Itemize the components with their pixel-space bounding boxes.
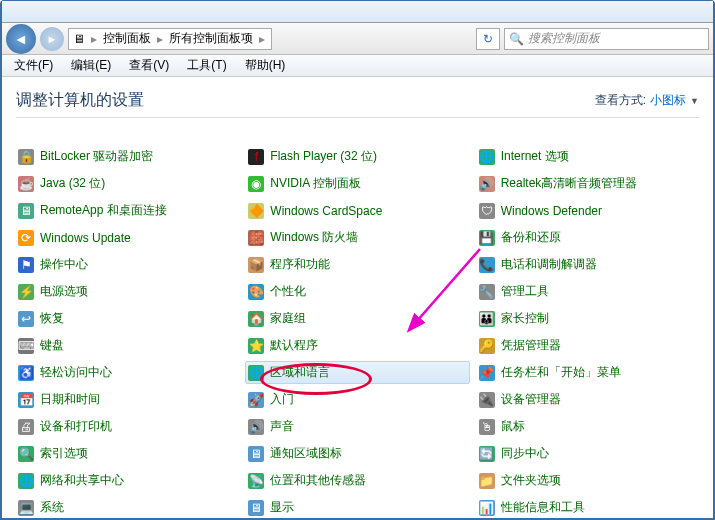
cp-item[interactable]: 🔶Windows CardSpace [246,200,468,221]
cp-item[interactable]: 🛡Windows Defender [477,200,699,221]
search-placeholder: 搜索控制面板 [528,30,600,47]
cp-item[interactable]: ♿轻松访问中心 [16,362,238,383]
cp-item[interactable]: 🔧管理工具 [477,281,699,302]
cp-item[interactable]: 💻系统 [16,497,238,518]
cp-item[interactable]: 🏠家庭组 [246,308,468,329]
cp-item-icon: 🌐 [248,365,264,381]
breadcrumb-item-1[interactable]: 控制面板 [103,30,151,47]
cp-item-icon: 📌 [479,365,495,381]
menu-bar: 文件(F) 编辑(E) 查看(V) 工具(T) 帮助(H) [2,55,713,77]
cp-item-icon: ⭐ [248,338,264,354]
cp-item-icon: 💾 [479,230,495,246]
cp-item-label: 入门 [270,391,294,408]
cp-item-label: 管理工具 [501,283,549,300]
cp-item-icon: 📞 [479,257,495,273]
cp-item-label: 鼠标 [501,418,525,435]
cp-item[interactable]: ⟳Windows Update [16,227,238,248]
cp-item[interactable]: 🔊声音 [246,416,468,437]
cp-item[interactable]: 📊性能信息和工具 [477,497,699,518]
cp-item[interactable]: ⚑操作中心 [16,254,238,275]
cp-item[interactable]: ↩恢复 [16,308,238,329]
cp-item-label: 系统 [40,499,64,516]
cp-item-label: Windows Defender [501,204,602,218]
cp-item-icon: 🔊 [479,176,495,192]
cp-item[interactable]: ⚡电源选项 [16,281,238,302]
cp-item-icon: ⌨ [18,338,34,354]
cp-item-icon: 🛡 [479,203,495,219]
cp-item[interactable]: ☕Java (32 位) [16,173,238,194]
cp-item[interactable]: 📦程序和功能 [246,254,468,275]
cp-item[interactable]: 📅日期和时间 [16,389,238,410]
breadcrumb-item-2[interactable]: 所有控制面板项 [169,30,253,47]
cp-item-label: Java (32 位) [40,175,105,192]
cp-item-label: 程序和功能 [270,256,330,273]
viewby-value[interactable]: 小图标 [650,92,686,109]
cp-item-label: 文件夹选项 [501,472,561,489]
cp-item[interactable]: 🔒BitLocker 驱动器加密 [16,146,238,167]
cp-item[interactable]: 🖥RemoteApp 和桌面连接 [16,200,238,221]
cp-item-label: 任务栏和「开始」菜单 [501,364,621,381]
search-input[interactable]: 🔍 搜索控制面板 [504,28,710,50]
cp-item[interactable]: 🌐Internet 选项 [477,146,699,167]
menu-tools[interactable]: 工具(T) [179,55,234,76]
cp-item[interactable]: 🧱Windows 防火墙 [246,227,468,248]
cp-item-icon: 📊 [479,500,495,516]
cp-item[interactable]: 💾备份和还原 [477,227,699,248]
cp-item[interactable]: fFlash Player (32 位) [246,146,468,167]
cp-item[interactable]: 🔌设备管理器 [477,389,699,410]
cp-item-label: 电话和调制解调器 [501,256,597,273]
cp-item-icon: 🏠 [248,311,264,327]
cp-item[interactable]: 📞电话和调制解调器 [477,254,699,275]
cp-item[interactable]: 🔍索引选项 [16,443,238,464]
cp-item-label: 显示 [270,499,294,516]
cp-item-icon: 🌐 [479,149,495,165]
cp-item-label: NVIDIA 控制面板 [270,175,361,192]
breadcrumb-sep: ▸ [155,32,165,46]
cp-item-label: 性能信息和工具 [501,499,585,516]
menu-help[interactable]: 帮助(H) [237,55,294,76]
cp-item-icon: ⚡ [18,284,34,300]
cp-item[interactable]: 🖥通知区域图标 [246,443,468,464]
refresh-button[interactable]: ↻ [476,28,500,50]
cp-item-icon: 🔌 [479,392,495,408]
cp-item[interactable]: 📡位置和其他传感器 [246,470,468,491]
back-button[interactable]: ◄ [6,24,36,54]
breadcrumb[interactable]: 🖥 ▸ 控制面板 ▸ 所有控制面板项 ▸ [68,28,272,50]
cp-item-label: 轻松访问中心 [40,364,112,381]
cp-item[interactable]: 📌任务栏和「开始」菜单 [477,362,699,383]
cp-item[interactable]: 🖱鼠标 [477,416,699,437]
cp-item-label: 同步中心 [501,445,549,462]
cp-item[interactable]: 🎨个性化 [246,281,468,302]
search-icon: 🔍 [509,32,524,46]
forward-button[interactable]: ► [40,27,64,51]
cp-item-icon: 🔍 [18,446,34,462]
cp-item-icon: ◉ [248,176,264,192]
cp-item-icon: ☕ [18,176,34,192]
cp-item[interactable]: ⭐默认程序 [246,335,468,356]
cp-item[interactable]: 🖨设备和打印机 [16,416,238,437]
cp-item-label: 日期和时间 [40,391,100,408]
cp-item-label: 位置和其他传感器 [270,472,366,489]
cp-item-icon: 🔧 [479,284,495,300]
menu-edit[interactable]: 编辑(E) [63,55,119,76]
cp-item-label: 家庭组 [270,310,306,327]
cp-item-label: 声音 [270,418,294,435]
page-title: 调整计算机的设置 [16,90,144,111]
cp-item[interactable]: 👪家长控制 [477,308,699,329]
cp-item[interactable]: 🔑凭据管理器 [477,335,699,356]
cp-item[interactable]: 🌐网络和共享中心 [16,470,238,491]
cp-item[interactable]: 🌐区域和语言 [245,361,469,384]
cp-item-label: 家长控制 [501,310,549,327]
cp-item[interactable]: 🔄同步中心 [477,443,699,464]
cp-item[interactable]: ⌨键盘 [16,335,238,356]
cp-item[interactable]: ◉NVIDIA 控制面板 [246,173,468,194]
menu-view[interactable]: 查看(V) [121,55,177,76]
cp-item[interactable]: 🔊Realtek高清晰音频管理器 [477,173,699,194]
cp-item[interactable]: 🖥显示 [246,497,468,518]
cp-item[interactable]: 🚀入门 [246,389,468,410]
cp-item[interactable]: 📁文件夹选项 [477,470,699,491]
viewby-label: 查看方式: [595,92,646,109]
view-by-control[interactable]: 查看方式: 小图标 ▼ [595,92,699,109]
menu-file[interactable]: 文件(F) [6,55,61,76]
title-bar [2,1,713,23]
